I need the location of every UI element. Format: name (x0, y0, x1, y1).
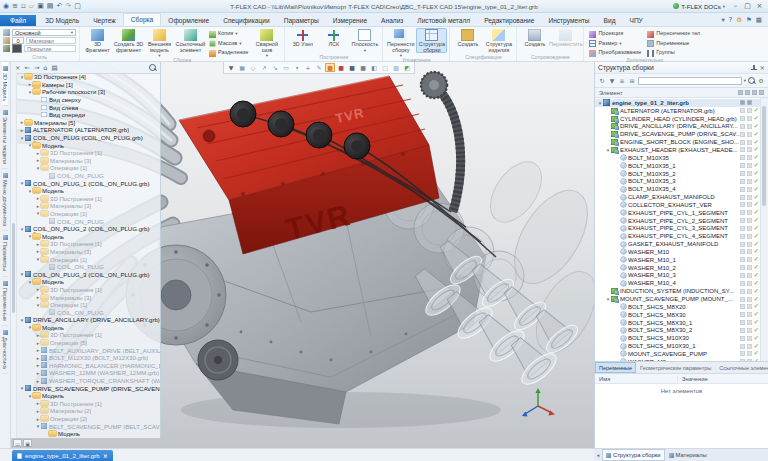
ribbon-tab[interactable]: Файл (0, 15, 36, 26)
ribbon-button[interactable]: Структура изделия (483, 28, 514, 53)
scroll-tabs-icon[interactable]: ◂ (594, 449, 602, 461)
ribbon-tab[interactable]: ЧПУ (622, 15, 649, 26)
assembly-row[interactable]: WASHER_M10_1 ✓ (595, 256, 761, 264)
tree-item[interactable]: 3D Построения [1] (17, 400, 160, 408)
ribbon-tab[interactable]: Параметры (277, 15, 326, 26)
maximize-icon[interactable]: ▢ (742, 1, 753, 12)
ribbon-button[interactable]: Ссылочный элемент (175, 28, 206, 57)
tree-item[interactable]: 3D Построения [1] (17, 195, 160, 203)
search-dropdown-icon[interactable]: ▾ (744, 78, 746, 83)
preview-icon[interactable]: ▢ (74, 1, 81, 12)
assembly-row[interactable]: BOLT_M10X35_2 ✓ (595, 170, 761, 178)
ribbon-button[interactable]: Создать 3D фрагмент (113, 28, 144, 57)
ribbon-button-small[interactable]: Преобразование (588, 49, 642, 57)
tree-item[interactable]: Материалы [3] (17, 248, 160, 256)
ribbon-tab[interactable]: Оформление (161, 15, 216, 26)
ribbon-button-small[interactable]: Копия (208, 30, 249, 38)
assembly-row[interactable]: BOLT_SHCS_M8X20 ✓ (595, 303, 761, 311)
assembly-row[interactable]: MOUNT_SCAVENGE_PUMP ✓ (595, 350, 761, 358)
tflex-docs-button[interactable]: T-FLEX DOCs ▾ (673, 3, 725, 10)
left-vertical-tab[interactable]: Параметры (2, 231, 8, 276)
ribbon-button[interactable]: Переместить (550, 28, 581, 48)
hierarchy-icon[interactable]: ⊞ (628, 77, 636, 85)
ribbon-button[interactable]: 3D Узел (287, 28, 318, 48)
layout-icon[interactable]: ▦ (756, 14, 762, 26)
assembly-row[interactable]: COLLECTOR_EXHAUST_VER ✓ (595, 201, 761, 209)
select-arrow-icon[interactable]: ↗ (259, 63, 269, 72)
assembly-row[interactable]: MOUNT_SCAVENGE_PUMP (MOUNT_... ✓ (595, 295, 761, 303)
assembly-search-input[interactable] (638, 77, 742, 85)
tree-item[interactable]: COIL_ON_PLUG_1 (COIL_ON_PLUG.grb) (17, 179, 160, 187)
tree-item[interactable]: WASHER_12MM (WASHER_12MM.grb) (17, 369, 160, 377)
tree-item[interactable]: Модель (17, 430, 160, 438)
ribbon-button[interactable]: ЛСК (318, 28, 349, 48)
left-vertical-tab[interactable]: Переменные (2, 277, 8, 326)
tree-item[interactable]: Операции [5] (17, 339, 160, 347)
tree-item[interactable]: Материалы [3] (17, 202, 160, 210)
documents-icon[interactable]: ▥ (391, 63, 401, 72)
ribbon-tab[interactable]: Инструменты (541, 15, 596, 26)
assembly-row[interactable]: ALTERNATOR (ALTERNATOR.grb) ✓ (595, 107, 761, 115)
tree-item[interactable]: COIL_ON_PLUG (17, 263, 160, 271)
assembly-row[interactable]: BOLT_SHCS_M8X30_1 ✓ (595, 319, 761, 327)
ribbon-tab[interactable]: Вид (597, 15, 623, 26)
assembly-scrollbar[interactable] (760, 98, 768, 361)
ribbon-tab[interactable]: 3D Модель (38, 15, 86, 26)
assembly-row[interactable]: DRIVE_SCAVENGE_PUMP (DRIVE_SCAV... ✓ (595, 130, 761, 138)
ribbon-button[interactable]: Структура сборки (416, 28, 447, 53)
solid-red-icon[interactable]: ■ (336, 63, 346, 72)
tree-item[interactable]: HARMONIC_BALANCER (HARMONIC_BAL... (17, 362, 160, 370)
tree-item[interactable]: Модель (17, 278, 160, 286)
assembly-column-header[interactable]: Элемент (595, 87, 768, 98)
left-vertical-tab[interactable]: Элементы модели (2, 106, 8, 169)
tree-item[interactable]: BELT_SCAVENGE_PUMP (BELT_SCAVENGE... (17, 422, 160, 430)
list-view-icon[interactable]: ▤ (52, 64, 58, 72)
tree-item[interactable]: Материалы [5] (17, 119, 160, 127)
search-dropdown-icon[interactable]: ▾ (721, 14, 724, 26)
tree-item[interactable]: 3D Построения [4] (17, 73, 160, 81)
tree-item[interactable]: COIL_ON_PLUG (17, 217, 160, 225)
left-vertical-tab[interactable]: Диагностика (2, 326, 8, 374)
tree-item[interactable]: Модель (17, 392, 160, 400)
assembly-row[interactable]: BOLT_M10X35 ✓ (595, 154, 761, 162)
ribbon-tab[interactable]: Листовой металл (410, 15, 477, 26)
settings-gear-icon[interactable]: ⚙ (736, 14, 742, 26)
section-icon[interactable]: ◧ (369, 63, 379, 72)
solid-light-icon[interactable]: □ (380, 63, 390, 72)
close-tab-icon[interactable]: × (103, 452, 108, 459)
menu-icon[interactable]: ≡ (12, 1, 18, 12)
assembly-row[interactable]: BOLT_SHCS_M10X30 ✓ (595, 334, 761, 342)
ribbon-tab[interactable]: Редактирование (477, 15, 541, 26)
panel-settings-gear-icon[interactable]: ⚙ (757, 77, 765, 85)
tree-item[interactable]: Вид слева (17, 103, 160, 111)
select-arrow2-icon[interactable]: ↘ (270, 63, 280, 72)
assembly-row[interactable]: BOLT_SHCS_M8X30_2 ✓ (595, 326, 761, 334)
tree-item[interactable]: Материалы [3] (17, 293, 160, 301)
save-icon[interactable]: ▣ (37, 1, 44, 12)
assembly-row[interactable]: WASHER_M10_2 ✓ (595, 264, 761, 272)
assembly-row[interactable]: GASKET_EXHAUST_MANIFOLD ✓ (595, 240, 761, 248)
search-icon[interactable] (748, 77, 755, 84)
ribbon-button-small[interactable]: Проекция (588, 30, 642, 38)
filter-icon[interactable]: ▼ (608, 77, 616, 85)
oil-filler-cap[interactable] (203, 130, 215, 142)
style-select[interactable]: Основной▾ (12, 29, 76, 36)
node-icon[interactable]: • (292, 63, 302, 72)
tree-item[interactable]: 3D Построения [1] (17, 286, 160, 294)
tree-item[interactable]: Операции [2] (17, 415, 160, 423)
ribbon-button[interactable]: Внешняя модель (144, 28, 175, 57)
ribbon-button[interactable]: Плоскость (349, 28, 380, 52)
document-tab[interactable]: engine_type_01_2_liter.grb × (12, 450, 113, 461)
assembly-row[interactable]: EXHAUST_HEADER (EXHAUST_HEADE... ✓ (595, 146, 761, 154)
ribbon-button-small[interactable]: Группы (646, 49, 701, 57)
ribbon-button[interactable]: Перенести сборку (385, 28, 416, 57)
tree-item[interactable]: WASHER_TORQUE_CRANKSHAFT (WASHE... (17, 377, 160, 385)
tree-item[interactable]: BELT_AUXILIARY_DRIVE (BELT_AUXILIARY... (17, 346, 160, 354)
close-panel-icon[interactable]: × (760, 63, 765, 73)
pin-icon[interactable] (751, 65, 757, 71)
search-icon[interactable] (149, 64, 156, 71)
tree-item[interactable]: COIL_ON_PLUG (17, 172, 160, 180)
expand-levels-icon[interactable]: ≡ (618, 77, 626, 85)
ribbon-tab[interactable]: Сборка (123, 13, 162, 26)
ribbon-button-small[interactable]: Переменные (646, 40, 701, 48)
